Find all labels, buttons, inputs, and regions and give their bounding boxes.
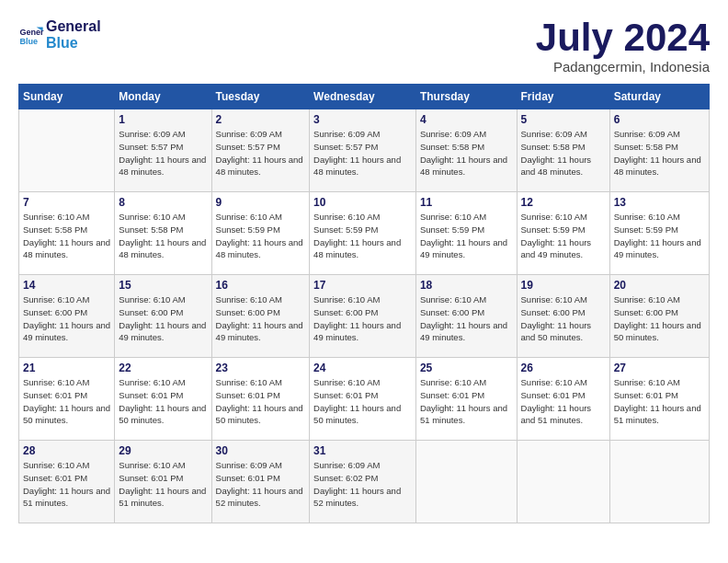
svg-text:Blue: Blue [19, 36, 38, 45]
day-number: 18 [420, 279, 513, 292]
calendar-cell: 18Sunrise: 6:10 AMSunset: 6:00 PMDayligh… [415, 275, 517, 358]
day-info: Sunrise: 6:10 AMSunset: 6:01 PMDaylight:… [119, 459, 207, 510]
day-info: Sunrise: 6:09 AMSunset: 5:58 PMDaylight:… [521, 128, 606, 178]
calendar-cell: 16Sunrise: 6:10 AMSunset: 6:00 PMDayligh… [211, 275, 310, 358]
day-info: Sunrise: 6:09 AMSunset: 6:02 PMDaylight:… [313, 459, 412, 510]
calendar-cell: 2Sunrise: 6:09 AMSunset: 5:57 PMDaylight… [211, 109, 310, 192]
day-number: 27 [614, 362, 705, 374]
day-info: Sunrise: 6:10 AMSunset: 6:00 PMDaylight:… [119, 293, 207, 344]
day-number: 26 [521, 362, 606, 374]
day-number: 4 [420, 113, 513, 126]
calendar-cell: 14Sunrise: 6:10 AMSunset: 6:00 PMDayligh… [19, 275, 115, 358]
calendar-cell: 23Sunrise: 6:10 AMSunset: 6:01 PMDayligh… [211, 358, 310, 441]
calendar-cell: 1Sunrise: 6:09 AMSunset: 5:57 PMDaylight… [115, 109, 211, 192]
day-info: Sunrise: 6:10 AMSunset: 6:01 PMDaylight:… [420, 376, 513, 427]
day-number: 16 [216, 279, 306, 292]
day-number: 9 [216, 196, 306, 209]
day-number: 13 [614, 196, 705, 209]
calendar-cell: 6Sunrise: 6:09 AMSunset: 5:58 PMDaylight… [609, 109, 709, 192]
calendar-cell: 26Sunrise: 6:10 AMSunset: 6:01 PMDayligh… [517, 358, 609, 441]
day-info: Sunrise: 6:10 AMSunset: 6:00 PMDaylight:… [614, 293, 705, 344]
day-info: Sunrise: 6:09 AMSunset: 5:57 PMDaylight:… [119, 128, 207, 178]
weekday-header-monday: Monday [115, 85, 211, 109]
day-number: 14 [23, 279, 110, 292]
day-info: Sunrise: 6:10 AMSunset: 6:01 PMDaylight:… [119, 376, 207, 427]
day-info: Sunrise: 6:10 AMSunset: 6:00 PMDaylight:… [420, 293, 513, 344]
calendar-cell: 13Sunrise: 6:10 AMSunset: 5:59 PMDayligh… [609, 192, 709, 275]
calendar-cell: 22Sunrise: 6:10 AMSunset: 6:01 PMDayligh… [115, 358, 211, 441]
calendar-cell: 24Sunrise: 6:10 AMSunset: 6:01 PMDayligh… [310, 358, 416, 441]
day-number: 22 [119, 362, 207, 374]
day-number: 11 [420, 196, 513, 209]
calendar-cell [415, 441, 517, 523]
calendar-cell [19, 109, 115, 192]
calendar-cell: 5Sunrise: 6:09 AMSunset: 5:58 PMDaylight… [517, 109, 609, 192]
month-title: July 2024 [536, 18, 710, 57]
day-number: 28 [23, 444, 110, 457]
day-number: 21 [23, 362, 110, 374]
week-row-1: 1Sunrise: 6:09 AMSunset: 5:57 PMDaylight… [19, 109, 710, 192]
day-info: Sunrise: 6:09 AMSunset: 6:01 PMDaylight:… [216, 459, 306, 510]
day-number: 10 [313, 196, 412, 209]
week-row-3: 14Sunrise: 6:10 AMSunset: 6:00 PMDayligh… [19, 275, 710, 358]
day-number: 31 [313, 444, 412, 457]
day-info: Sunrise: 6:10 AMSunset: 5:59 PMDaylight:… [216, 211, 306, 261]
day-number: 30 [216, 444, 306, 457]
calendar-cell: 31Sunrise: 6:09 AMSunset: 6:02 PMDayligh… [310, 441, 416, 523]
day-number: 6 [614, 113, 705, 126]
logo-text: General Blue [46, 18, 101, 51]
calendar-cell: 4Sunrise: 6:09 AMSunset: 5:58 PMDaylight… [415, 109, 517, 192]
day-info: Sunrise: 6:09 AMSunset: 5:57 PMDaylight:… [216, 128, 306, 178]
calendar-cell: 9Sunrise: 6:10 AMSunset: 5:59 PMDaylight… [211, 192, 310, 275]
calendar-cell: 20Sunrise: 6:10 AMSunset: 6:00 PMDayligh… [609, 275, 709, 358]
day-number: 17 [313, 279, 412, 292]
calendar-cell [517, 441, 609, 523]
day-info: Sunrise: 6:10 AMSunset: 5:59 PMDaylight:… [313, 211, 412, 261]
day-number: 7 [23, 196, 110, 209]
day-info: Sunrise: 6:09 AMSunset: 5:57 PMDaylight:… [313, 128, 412, 178]
day-number: 24 [313, 362, 412, 374]
calendar-cell: 12Sunrise: 6:10 AMSunset: 5:59 PMDayligh… [517, 192, 609, 275]
calendar-cell: 10Sunrise: 6:10 AMSunset: 5:59 PMDayligh… [310, 192, 416, 275]
calendar-cell: 29Sunrise: 6:10 AMSunset: 6:01 PMDayligh… [115, 441, 211, 523]
day-info: Sunrise: 6:09 AMSunset: 5:58 PMDaylight:… [614, 128, 705, 178]
day-info: Sunrise: 6:10 AMSunset: 6:01 PMDaylight:… [614, 376, 705, 427]
calendar-cell: 21Sunrise: 6:10 AMSunset: 6:01 PMDayligh… [19, 358, 115, 441]
day-info: Sunrise: 6:10 AMSunset: 6:01 PMDaylight:… [313, 376, 412, 427]
day-number: 12 [521, 196, 606, 209]
weekday-header-friday: Friday [517, 85, 609, 109]
day-info: Sunrise: 6:10 AMSunset: 6:01 PMDaylight:… [521, 376, 606, 427]
weekday-header-saturday: Saturday [609, 85, 709, 109]
calendar-table: SundayMondayTuesdayWednesdayThursdayFrid… [18, 84, 710, 523]
day-info: Sunrise: 6:10 AMSunset: 6:01 PMDaylight:… [23, 459, 110, 510]
calendar-cell: 8Sunrise: 6:10 AMSunset: 5:58 PMDaylight… [115, 192, 211, 275]
day-number: 2 [216, 113, 306, 126]
day-info: Sunrise: 6:10 AMSunset: 5:59 PMDaylight:… [614, 211, 705, 261]
day-number: 8 [119, 196, 207, 209]
day-number: 1 [119, 113, 207, 126]
day-info: Sunrise: 6:10 AMSunset: 5:59 PMDaylight:… [420, 211, 513, 261]
week-row-5: 28Sunrise: 6:10 AMSunset: 6:01 PMDayligh… [19, 441, 710, 523]
day-info: Sunrise: 6:10 AMSunset: 6:00 PMDaylight:… [23, 293, 110, 344]
calendar-cell: 17Sunrise: 6:10 AMSunset: 6:00 PMDayligh… [310, 275, 416, 358]
calendar-cell: 30Sunrise: 6:09 AMSunset: 6:01 PMDayligh… [211, 441, 310, 523]
calendar-cell: 3Sunrise: 6:09 AMSunset: 5:57 PMDaylight… [310, 109, 416, 192]
logo: General Blue General Blue [18, 18, 101, 51]
day-info: Sunrise: 6:10 AMSunset: 5:58 PMDaylight:… [119, 211, 207, 261]
day-info: Sunrise: 6:10 AMSunset: 5:59 PMDaylight:… [521, 211, 606, 261]
title-block: July 2024 Padangcermin, Indonesia [536, 18, 710, 75]
week-row-2: 7Sunrise: 6:10 AMSunset: 5:58 PMDaylight… [19, 192, 710, 275]
week-row-4: 21Sunrise: 6:10 AMSunset: 6:01 PMDayligh… [19, 358, 710, 441]
day-number: 29 [119, 444, 207, 457]
day-number: 23 [216, 362, 306, 374]
weekday-header-sunday: Sunday [19, 85, 115, 109]
weekday-header-thursday: Thursday [415, 85, 517, 109]
calendar-cell: 19Sunrise: 6:10 AMSunset: 6:00 PMDayligh… [517, 275, 609, 358]
weekday-header-wednesday: Wednesday [310, 85, 416, 109]
calendar-cell: 15Sunrise: 6:10 AMSunset: 6:00 PMDayligh… [115, 275, 211, 358]
day-number: 19 [521, 279, 606, 292]
calendar-cell: 27Sunrise: 6:10 AMSunset: 6:01 PMDayligh… [609, 358, 709, 441]
page-header: General Blue General Blue July 2024 Pada… [18, 18, 710, 75]
logo-icon: General Blue [18, 22, 44, 48]
day-info: Sunrise: 6:10 AMSunset: 6:00 PMDaylight:… [313, 293, 412, 344]
